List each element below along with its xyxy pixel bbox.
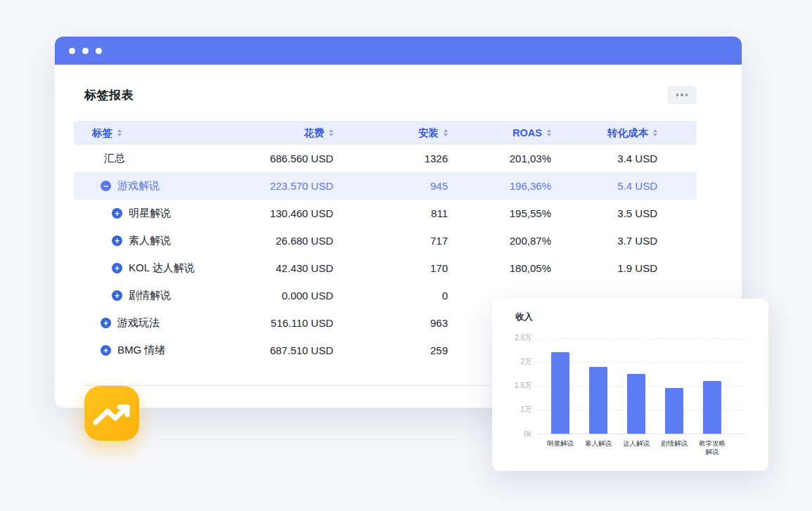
trend-up-icon[interactable] xyxy=(84,386,139,441)
cell-label: +明星解说 xyxy=(74,207,207,220)
cell-spend: 686.560 USD xyxy=(207,153,333,164)
cell-roas: 195,55% xyxy=(448,207,551,219)
cell-spend: 42.430 USD xyxy=(207,262,333,274)
y-axis-tick-label: 2.5万 xyxy=(515,333,531,343)
x-axis-tick-label: 明星解说 xyxy=(544,439,576,448)
cell-cost: 3.4 USD xyxy=(551,153,657,164)
cell-install: 259 xyxy=(333,344,448,356)
cell-roas: 196,36% xyxy=(448,180,551,192)
column-header-roas[interactable]: ROAS xyxy=(448,127,551,138)
gridline xyxy=(538,338,745,339)
cell-spend: 130.460 USD xyxy=(207,207,333,219)
row-label: 剧情解说 xyxy=(129,289,171,302)
row-label: 汇总 xyxy=(104,152,125,165)
chart-plot-area: 2.5万2万1.5万1万0k xyxy=(538,338,745,434)
bar-达人解说[interactable] xyxy=(627,374,645,434)
ellipsis-icon xyxy=(676,93,679,96)
window-control-dot[interactable] xyxy=(69,48,75,54)
expand-plus-circle-icon[interactable]: + xyxy=(101,318,111,328)
page-background: 标签报表 标签花费安装ROAS转化成本 汇总686.560 USD1326201… xyxy=(0,0,812,511)
row-label: 素人解说 xyxy=(129,234,171,247)
content-header: 标签报表 xyxy=(84,86,697,104)
cell-roas: 180,05% xyxy=(448,262,551,274)
row-label: 游戏解说 xyxy=(117,179,160,193)
window-control-dot[interactable] xyxy=(82,48,89,54)
column-header-spend[interactable]: 花费 xyxy=(207,127,333,140)
ellipsis-icon xyxy=(681,93,683,96)
cell-spend: 516.110 USD xyxy=(207,317,333,329)
page-title: 标签报表 xyxy=(84,87,134,103)
expand-plus-circle-icon[interactable]: + xyxy=(112,208,122,219)
column-header-label: 花费 xyxy=(304,127,324,140)
cell-spend: 687.510 USD xyxy=(207,344,333,356)
cell-spend: 223.570 USD xyxy=(207,180,333,192)
cell-cost: 1.9 USD xyxy=(551,262,657,274)
table-row[interactable]: 汇总686.560 USD1326201,03%3.4 USD xyxy=(74,145,697,172)
cell-cost: 3.7 USD xyxy=(551,235,657,247)
column-header-label[interactable]: 标签 xyxy=(74,127,207,140)
ellipsis-icon xyxy=(685,93,688,96)
collapse-minus-circle-icon[interactable]: − xyxy=(101,181,111,191)
revenue-chart-card: 收入 2.5万2万1.5万1万0k 明星解说素人解说达人解说剧情解说教学攻略解说 xyxy=(492,299,768,471)
row-label: 游戏玩法 xyxy=(117,316,160,330)
cell-spend: 0.000 USD xyxy=(207,290,333,302)
table-header-row: 标签花费安装ROAS转化成本 xyxy=(74,121,697,145)
x-axis-tick-label: 素人解说 xyxy=(582,439,614,448)
bar-剧情解说[interactable] xyxy=(665,388,683,434)
sort-icon[interactable] xyxy=(117,129,122,137)
sort-icon[interactable] xyxy=(653,129,657,137)
cell-spend: 26.680 USD xyxy=(207,235,333,247)
cell-install: 717 xyxy=(333,235,448,247)
row-label: KOL 达人解说 xyxy=(129,261,195,275)
row-label: BMG 情绪 xyxy=(117,344,165,357)
gridline xyxy=(538,434,745,434)
y-axis-tick-label: 0k xyxy=(524,430,531,438)
cell-install: 0 xyxy=(333,290,448,302)
x-axis-tick-label: 剧情解说 xyxy=(658,439,690,448)
expand-plus-circle-icon[interactable]: + xyxy=(112,263,122,273)
cell-roas: 201,03% xyxy=(448,153,551,164)
cell-cost: 5.4 USD xyxy=(551,180,657,192)
expand-plus-circle-icon[interactable]: + xyxy=(112,235,122,246)
cell-label: +KOL 达人解说 xyxy=(74,261,207,275)
cell-install: 945 xyxy=(333,180,448,192)
table-row[interactable]: −游戏解说223.570 USD945196,36%5.4 USD xyxy=(74,172,697,200)
bar-明星解说[interactable] xyxy=(551,352,569,434)
row-label: 明星解说 xyxy=(129,207,171,220)
column-header-label: ROAS xyxy=(513,127,542,138)
window-control-dot[interactable] xyxy=(96,48,102,54)
cell-label: 汇总 xyxy=(74,152,207,165)
expand-plus-circle-icon[interactable]: + xyxy=(112,290,122,301)
window-titlebar xyxy=(55,37,742,65)
y-axis-tick-label: 2万 xyxy=(520,357,531,367)
expand-plus-circle-icon[interactable]: + xyxy=(101,345,111,356)
table-row[interactable]: +KOL 达人解说42.430 USD170180,05%1.9 USD xyxy=(74,254,697,282)
cell-install: 963 xyxy=(333,317,448,329)
cell-install: 1326 xyxy=(333,153,448,164)
bar-素人解说[interactable] xyxy=(589,367,607,434)
y-axis-tick-label: 1万 xyxy=(520,405,531,415)
bar-教学攻略解说[interactable] xyxy=(703,381,721,434)
y-axis-tick-label: 1.5万 xyxy=(515,381,531,391)
table-row[interactable]: +素人解说26.680 USD717200,87%3.7 USD xyxy=(74,227,697,254)
cell-install: 170 xyxy=(333,262,448,274)
cell-install: 811 xyxy=(333,207,448,219)
column-header-cost[interactable]: 转化成本 xyxy=(551,127,657,140)
cell-label: −游戏解说 xyxy=(74,179,207,193)
more-button[interactable] xyxy=(667,86,697,104)
cell-label: +游戏玩法 xyxy=(74,316,207,330)
trend-up-arrow-icon xyxy=(84,386,139,441)
column-header-install[interactable]: 安装 xyxy=(333,127,448,140)
table-row[interactable]: +明星解说130.460 USD811195,55%3.5 USD xyxy=(74,200,697,227)
cell-roas: 200,87% xyxy=(448,235,551,247)
cell-label: +BMG 情绪 xyxy=(74,344,207,357)
column-header-label: 转化成本 xyxy=(607,127,648,140)
x-axis-tick-label: 达人解说 xyxy=(620,439,652,448)
x-axis-tick-label: 教学攻略解说 xyxy=(696,439,728,457)
column-header-label: 标签 xyxy=(92,127,112,140)
chart-x-axis-labels: 明星解说素人解说达人解说剧情解说教学攻略解说 xyxy=(538,439,745,465)
cell-label: +剧情解说 xyxy=(74,289,207,302)
cell-label: +素人解说 xyxy=(74,234,207,247)
column-header-label: 安装 xyxy=(418,127,439,140)
cell-cost: 3.5 USD xyxy=(551,207,657,219)
